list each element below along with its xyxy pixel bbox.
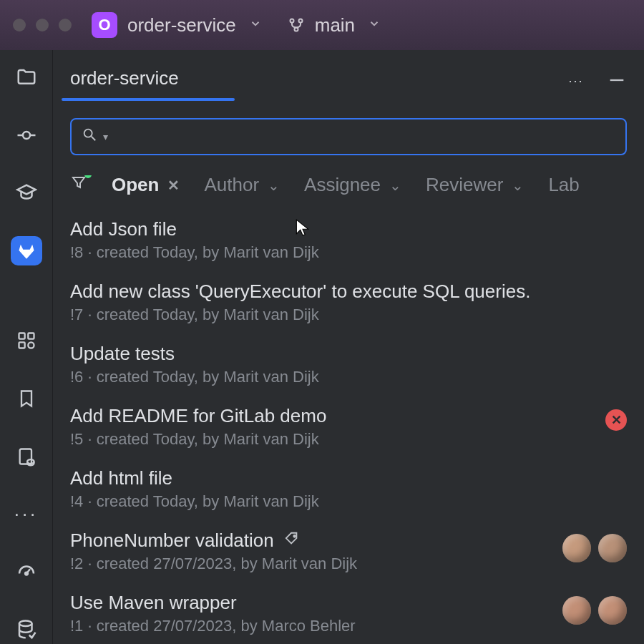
chevron-down-icon [365, 16, 384, 34]
pipeline-failed-icon[interactable]: ✕ [605, 409, 627, 431]
mr-meta: !2 · created 27/07/2023, by Marit van Di… [70, 555, 554, 573]
svg-rect-6 [19, 333, 24, 339]
search-dropdown-icon[interactable]: ▾ [103, 131, 108, 142]
filter-assignee-label: Assignee [304, 175, 381, 195]
panel-tabs: order-service [70, 63, 179, 101]
sidebar-structure-icon[interactable] [11, 326, 42, 356]
mr-meta: !4 · created Today, by Marit van Dijk [70, 492, 627, 511]
branch-switcher[interactable]: main [288, 14, 384, 36]
sidebar-learn-icon[interactable] [11, 178, 42, 208]
avatar[interactable] [562, 596, 591, 625]
svg-line-16 [92, 137, 96, 141]
merge-request-item[interactable]: Add Json file !8 · created Today, by Mar… [70, 208, 627, 270]
merge-request-item[interactable]: Add new class 'QueryExecutor' to execute… [70, 270, 627, 333]
window-controls [13, 19, 72, 31]
search-icon [82, 127, 97, 147]
mr-meta: !7 · created Today, by Marit van Dijk [70, 306, 627, 324]
filter-open-label: Open [112, 175, 159, 195]
window-close-dot[interactable] [13, 19, 26, 31]
window-titlebar: O order-service main [0, 0, 644, 50]
sidebar-bookmark-icon[interactable] [11, 384, 42, 414]
mr-title: Add html file [70, 467, 172, 489]
svg-point-1 [298, 19, 302, 23]
merge-request-item[interactable]: Use Maven wrapper !1 · created 27/07/202… [70, 582, 627, 644]
sidebar-more-icon[interactable]: ··· [11, 499, 42, 529]
svg-point-3 [23, 132, 30, 139]
mr-title: Update tests [70, 343, 175, 365]
project-switcher[interactable]: O order-service [92, 12, 265, 38]
filter-row: Open ✕ Author ⌄ Assignee ⌄ Reviewer ⌄ La… [70, 175, 627, 195]
filter-lab-label: Lab [548, 175, 579, 195]
branch-icon [288, 16, 305, 34]
chevron-down-icon: ⌄ [389, 177, 401, 194]
window-max-dot[interactable] [59, 19, 72, 31]
panel-options-icon[interactable]: ⋮ [567, 74, 585, 90]
svg-point-9 [28, 343, 34, 348]
project-badge-letter: O [98, 16, 110, 34]
filter-reviewer[interactable]: Reviewer ⌄ [426, 175, 524, 195]
close-icon[interactable]: ✕ [167, 177, 180, 194]
svg-point-12 [25, 572, 28, 575]
svg-point-0 [290, 19, 293, 23]
mr-title: Add Json file [70, 218, 177, 240]
mr-meta: !1 · created 27/07/2023, by Marco Behler [70, 617, 554, 635]
sidebar-gitlab-icon[interactable] [11, 236, 42, 265]
filter-reviewer-label: Reviewer [426, 175, 503, 195]
tool-sidebar: ··· [0, 50, 53, 644]
mr-title: Use Maven wrapper [70, 592, 237, 614]
merge-request-item[interactable]: PhoneNumber validation !2 · created 27/0… [70, 519, 627, 582]
chevron-down-icon: ⌄ [268, 177, 280, 194]
filter-icon[interactable] [70, 175, 87, 195]
branch-name: main [315, 14, 355, 36]
svg-point-15 [84, 129, 92, 137]
filter-lab[interactable]: Lab [548, 175, 579, 195]
avatar[interactable] [598, 534, 627, 562]
project-name: order-service [127, 14, 236, 36]
mr-title: Add README for GitLab demo [70, 405, 326, 427]
svg-rect-8 [19, 343, 24, 348]
filter-author-label: Author [204, 175, 259, 195]
sidebar-dashboard-icon[interactable] [11, 557, 42, 587]
project-badge: O [92, 12, 117, 38]
search-input[interactable] [115, 127, 615, 147]
label-icon [284, 530, 300, 552]
filter-assignee[interactable]: Assignee ⌄ [304, 175, 401, 195]
svg-point-17 [293, 535, 296, 537]
window-min-dot[interactable] [36, 19, 49, 31]
mr-title: Add new class 'QueryExecutor' to execute… [70, 280, 530, 303]
mr-meta: !8 · created Today, by Marit van Dijk [70, 243, 627, 262]
search-box[interactable]: ▾ [70, 118, 627, 155]
avatar[interactable] [598, 596, 627, 625]
filter-state-open[interactable]: Open ✕ [112, 175, 180, 195]
tab-label: order-service [70, 67, 179, 89]
svg-rect-7 [28, 333, 34, 339]
merge-request-item[interactable]: Add html file !4 · created Today, by Mar… [70, 457, 627, 519]
filter-author[interactable]: Author ⌄ [204, 175, 280, 195]
mr-meta: !6 · created Today, by Marit van Dijk [70, 368, 627, 386]
sidebar-commit-icon[interactable] [11, 121, 42, 150]
mr-meta: !5 · created Today, by Marit van Dijk [70, 430, 597, 449]
merge-request-item[interactable]: Add README for GitLab demo !5 · created … [70, 395, 627, 457]
gitlab-panel: order-service ⋮ ▾ Open [53, 50, 644, 644]
tab-order-service[interactable]: order-service [70, 63, 179, 101]
svg-rect-10 [19, 449, 31, 464]
panel-collapse-icon[interactable] [607, 70, 627, 94]
sidebar-database-icon[interactable] [11, 615, 42, 644]
sidebar-project-icon[interactable] [11, 63, 42, 92]
svg-point-13 [19, 620, 32, 626]
avatar[interactable] [562, 534, 591, 562]
merge-request-item[interactable]: Update tests !6 · created Today, by Mari… [70, 333, 627, 395]
sidebar-persistence-icon[interactable] [11, 441, 42, 471]
mr-title: PhoneNumber validation [70, 530, 274, 552]
chevron-down-icon: ⌄ [512, 177, 524, 194]
chevron-down-icon [246, 16, 265, 34]
merge-request-list: Add Json file !8 · created Today, by Mar… [70, 208, 627, 644]
